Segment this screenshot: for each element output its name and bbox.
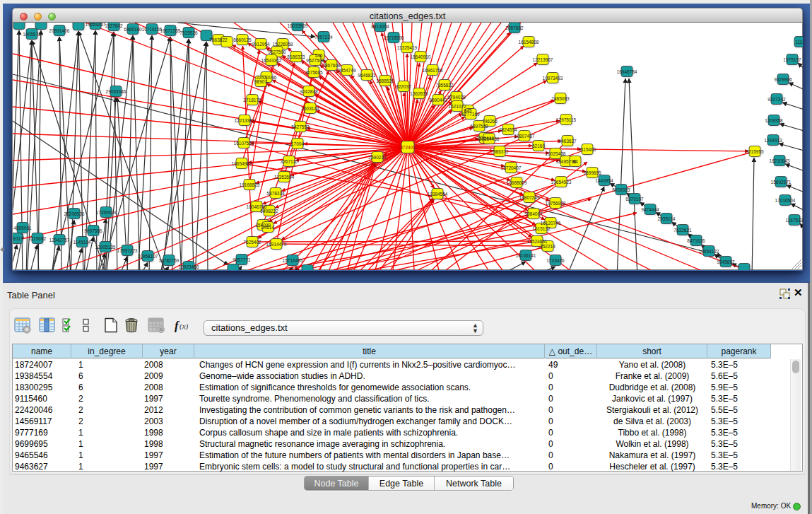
svg-text:2935114: 2935114 [658,216,676,221]
svg-text:8912954: 8912954 [252,42,270,47]
svg-text:1112: 1112 [795,40,803,45]
svg-text:84: 84 [572,159,578,164]
svg-text:20364436: 20364436 [479,136,500,141]
svg-text:12905135: 12905135 [95,245,116,250]
svg-text:10807487: 10807487 [514,134,535,139]
svg-text:2087682: 2087682 [505,25,524,30]
svg-text:39119: 39119 [13,236,23,241]
svg-text:62160: 62160 [532,144,545,148]
svg-text:7485083: 7485083 [551,96,570,101]
svg-text:3824554: 3824554 [499,127,517,132]
svg-text:8454749: 8454749 [338,68,356,73]
svg-text:4885061: 4885061 [13,226,32,230]
svg-text:17957223: 17957223 [117,248,138,253]
svg-text:14136141: 14136141 [516,253,536,258]
svg-text:5878334: 5878334 [266,191,285,196]
svg-text:7986372: 7986372 [490,149,509,154]
svg-text:29053346: 29053346 [106,89,126,94]
svg-text:16154808: 16154808 [519,40,539,45]
svg-text:19654985: 19654985 [232,161,252,166]
svg-text:9527508: 9527508 [306,58,324,63]
svg-text:15692971: 15692971 [771,180,792,185]
svg-text:10973493: 10973493 [543,76,563,81]
svg-text:7632621: 7632621 [673,228,692,233]
svg-text:10688609: 10688609 [507,180,527,185]
svg-text:2590213: 2590213 [368,155,387,160]
svg-text:9657771: 9657771 [233,257,251,262]
svg-text:10958107: 10958107 [138,254,158,259]
svg-text:1440954: 1440954 [595,178,613,183]
svg-text:9899695: 9899695 [583,170,601,175]
svg-text:9115460: 9115460 [579,147,596,152]
svg-text:6379197: 6379197 [625,197,644,201]
svg-text:16107553: 16107553 [234,141,254,146]
svg-text:546: 546 [315,53,323,58]
svg-text:1145194: 1145194 [73,240,91,245]
svg-text:10719155: 10719155 [142,27,163,32]
svg-text:9097586: 9097586 [84,228,102,233]
svg-text:1209358: 1209358 [765,118,783,123]
svg-text:8471626: 8471626 [687,238,705,243]
svg-text:19384554: 19384554 [428,192,448,197]
svg-text:6897568: 6897568 [470,124,488,129]
svg-text:822037: 822037 [396,84,411,89]
svg-text:16648784: 16648784 [617,69,637,74]
svg-text:1167533: 1167533 [786,218,803,223]
svg-text:12213967: 12213967 [533,57,553,62]
svg-text:2603144: 2603144 [301,106,319,111]
svg-text:16782759: 16782759 [159,258,180,263]
svg-text:16033809: 16033809 [288,23,308,28]
svg-text:7957224: 7957224 [314,35,333,40]
svg-text:1575107: 1575107 [783,57,801,62]
svg-text:13524851: 13524851 [527,239,548,244]
svg-text:17359924: 17359924 [96,210,117,215]
svg-text:9627500: 9627500 [268,49,286,54]
svg-text:17016504: 17016504 [775,198,796,203]
svg-text:9474444: 9474444 [641,207,659,212]
svg-text:9227342: 9227342 [767,97,786,102]
svg-text:1362635: 1362635 [410,91,428,96]
svg-text:2718176: 2718176 [243,98,261,103]
svg-text:1527602: 1527602 [105,23,123,28]
svg-text:10025438: 10025438 [546,151,566,156]
svg-text:9245652: 9245652 [717,259,735,264]
svg-text:19756928: 19756928 [546,201,566,206]
svg-text:16543362: 16543362 [261,58,282,63]
svg-text:18640910: 18640910 [411,54,431,59]
svg-text:12213369: 12213369 [235,118,255,123]
svg-text:19166825: 19166825 [240,182,260,187]
svg-text:11353594: 11353594 [274,175,295,180]
svg-text:252214: 252214 [540,244,555,249]
svg-text:1115682: 1115682 [29,236,47,241]
svg-text:1615132: 1615132 [532,226,551,231]
svg-text:19654923: 19654923 [551,180,572,185]
svg-text:1405572: 1405572 [23,32,41,37]
svg-text:10654122: 10654122 [699,249,719,254]
svg-text:16671355: 16671355 [160,28,181,33]
svg-text:7955822: 7955822 [435,83,454,88]
svg-text:746266: 746266 [482,119,498,124]
svg-text:98901: 98901 [254,79,267,84]
svg-text:9242848: 9242848 [300,89,318,94]
svg-text:9646821: 9646821 [358,73,376,78]
svg-text:5498222: 5498222 [260,209,278,214]
svg-text:34614: 34614 [261,225,274,230]
svg-text:11325419: 11325419 [397,45,418,50]
svg-text:9329966: 9329966 [774,77,792,82]
svg-text:3215955: 3215955 [746,149,764,154]
svg-text:8813054: 8813054 [371,24,389,29]
svg-text:9777169: 9777169 [461,112,480,117]
svg-text:16120746: 16120746 [541,221,561,226]
svg-text:12942757: 12942757 [49,238,70,243]
svg-text:20206536: 20206536 [64,211,85,216]
svg-text:(x): (x) [180,322,189,331]
svg-text:7625402: 7625402 [243,240,261,245]
svg-text:8990443: 8990443 [429,98,447,103]
svg-text:6794028: 6794028 [447,95,466,100]
svg-text:6966160: 6966160 [124,27,142,32]
svg-text:1588520: 1588520 [376,78,394,83]
svg-text:16961758: 16961758 [423,68,443,73]
svg-text:19218506: 19218506 [384,35,404,40]
svg-text:7515526: 7515526 [180,30,198,35]
svg-text:8938923: 8938923 [612,187,630,192]
